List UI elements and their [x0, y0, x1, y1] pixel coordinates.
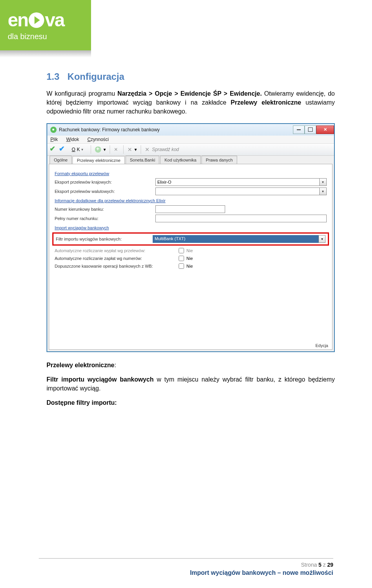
brand-logo: en va dla biznesu — [0, 0, 91, 50]
close-button[interactable]: ✕ — [316, 126, 334, 134]
titlebar: Rachunek bankowy: Firmowy rachunek banko… — [47, 124, 334, 136]
intro-paragraph: W konfiguracji programu Narzędzia > Opcj… — [46, 89, 335, 116]
tab-przelewy[interactable]: Przelewy elektroniczne — [72, 156, 125, 164]
lbl-eksport-wal: Eksport przelewów walutowych: — [55, 189, 155, 194]
lbl-filtr-import: Filtr importu wyciągów bankowych: — [56, 237, 153, 241]
tabstrip: Ogólne Przelewy elektroniczne Soneta.Ban… — [47, 156, 334, 164]
after-paragraph: Filtr importu wyciągów bankowych w tym m… — [46, 375, 335, 393]
add-icon[interactable] — [95, 146, 101, 153]
select-filtr-import[interactable]: MultiBank (TXT) — [153, 235, 319, 243]
check-code-label[interactable]: Sprawdź kod — [152, 147, 179, 152]
input-kierunkowy[interactable] — [155, 205, 225, 213]
minimize-button[interactable] — [293, 126, 305, 134]
dropdown-filtr-import[interactable]: ▾ — [319, 235, 326, 243]
brand-name: en va — [8, 9, 83, 31]
tab-prawa[interactable]: Prawa danych — [202, 156, 237, 164]
lbl-auto-zaplat: Automatyczne rozliczanie zapłat wg numer… — [55, 256, 179, 261]
lbl-eksport-kraj: Eksport przelewów krajowych: — [55, 180, 155, 184]
menu-czynnosci[interactable]: Czynności — [87, 137, 108, 142]
lbl-rachunek: Pełny numer rachunku: — [55, 216, 155, 221]
footer-title: Import wyciągów bankowych – nowe możliwo… — [39, 569, 333, 576]
logo-shadow — [0, 50, 91, 57]
input-rachunek[interactable] — [155, 215, 327, 222]
tab-ogolne[interactable]: Ogólne — [50, 156, 72, 164]
check-icon[interactable] — [145, 146, 150, 153]
play-icon — [29, 12, 44, 28]
filters-heading: Dostępne filtry importu: — [46, 398, 335, 407]
menubar: Plik Widok Czynności — [47, 136, 334, 144]
chk-auto-wyplat[interactable] — [179, 248, 184, 253]
dropdown-eksport-kraj[interactable]: ▾ — [320, 178, 327, 186]
toolbar: OK ▾ ▾ ▾ Sprawdź kod — [47, 144, 334, 156]
ok-icon-2 — [59, 146, 66, 153]
status-edycja: Edycja — [315, 343, 328, 348]
input-eksport-wal[interactable] — [155, 187, 320, 195]
section-title: Konfiguracja — [67, 71, 124, 82]
panel: Formaty eksportu przelewów Eksport przel… — [49, 164, 332, 350]
chk-auto-zaplat[interactable] — [179, 256, 184, 261]
app-icon — [50, 127, 57, 133]
tools-icon[interactable] — [127, 146, 132, 153]
maximize-button[interactable] — [305, 126, 316, 134]
group-formaty: Formaty eksportu przelewów — [55, 171, 327, 176]
group-import: Import wyciągów bankowych — [55, 225, 327, 230]
tab-soneta[interactable]: Soneta.Banki — [126, 156, 159, 164]
ok-icon — [50, 146, 57, 153]
ok-button[interactable]: OK ▾ — [68, 146, 87, 153]
page-footer: Strona 5 z 29 Import wyciągów bankowych … — [0, 558, 372, 576]
menu-widok[interactable]: Widok — [66, 137, 79, 142]
section-number: 1.3 — [46, 71, 59, 82]
chk-kasowanie[interactable] — [179, 263, 184, 269]
group-elixir: Informacje dodatkowe dla przelewów elekt… — [55, 198, 327, 203]
lbl-kasowanie: Dopuszczone kasowanie operacji bankowych… — [55, 264, 179, 268]
highlighted-row: Filtr importu wyciągów bankowych: MultiB… — [52, 232, 329, 246]
delete-icon[interactable] — [114, 147, 119, 152]
page-number: Strona 5 z 29 — [39, 562, 333, 568]
section-heading: 1.3 Konfiguracja — [46, 71, 335, 82]
brand-subtitle: dla biznesu — [8, 32, 83, 41]
after-heading: Przelewy elektroniczne: — [46, 361, 335, 370]
lbl-kierunkowy: Numer kierunkowy banku: — [55, 207, 155, 211]
dropdown-eksport-wal[interactable]: ▾ — [320, 187, 327, 195]
lbl-auto-wyplat: Automatyczne rozliczanie wypłat wg przel… — [55, 248, 179, 253]
brand-en: en — [8, 9, 28, 31]
menu-plik[interactable]: Plik — [50, 137, 58, 142]
tab-kod[interactable]: Kod użytkownika — [160, 156, 201, 164]
input-eksport-kraj[interactable] — [155, 178, 320, 186]
screenshot-window: Rachunek bankowy: Firmowy rachunek banko… — [46, 123, 335, 352]
window-title: Rachunek bankowy: Firmowy rachunek banko… — [59, 127, 160, 132]
brand-va: va — [45, 9, 64, 31]
